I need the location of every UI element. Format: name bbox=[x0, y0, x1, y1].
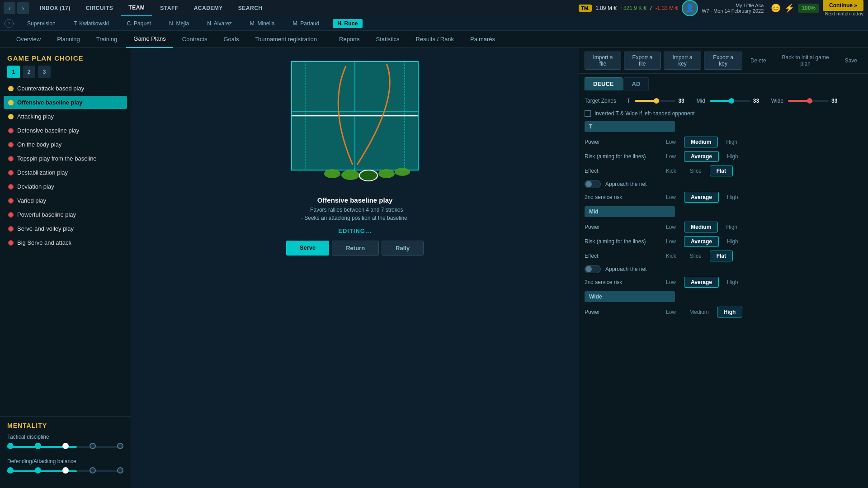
play-item-offensive-baseline[interactable]: Offensive baseline play bbox=[4, 96, 127, 109]
zone-mid-2nd-risk-high[interactable]: High bbox=[722, 277, 744, 287]
save-button[interactable]: Save bbox=[840, 55, 863, 66]
zone-mid-effect-flat[interactable]: Flat bbox=[710, 251, 733, 261]
nav-reports[interactable]: Reports bbox=[332, 31, 367, 48]
staff-paquet[interactable]: C. Paquet bbox=[123, 20, 156, 27]
inverted-checkbox[interactable] bbox=[585, 110, 591, 117]
tz-wide-slider[interactable] bbox=[788, 100, 829, 102]
nav-results-rank[interactable]: Results / Rank bbox=[409, 31, 462, 48]
import-key-button[interactable]: Import a key bbox=[664, 52, 702, 70]
zone-mid-power-medium[interactable]: Medium bbox=[684, 222, 718, 232]
plan-tab-3[interactable]: 3 bbox=[38, 66, 51, 78]
staff-alvarez[interactable]: N. Alvarez bbox=[203, 20, 236, 27]
play-item-varied[interactable]: Varied play bbox=[4, 194, 127, 207]
play-item-powerful[interactable]: Powerful baseline play bbox=[4, 208, 127, 221]
return-tab[interactable]: Return bbox=[332, 241, 379, 256]
tz-t-slider[interactable] bbox=[635, 100, 675, 102]
export-file-button[interactable]: Export a file bbox=[624, 52, 661, 70]
zone-t-2nd-risk-high[interactable]: High bbox=[722, 192, 744, 202]
play-name-offensive: Offensive baseline play bbox=[17, 99, 83, 106]
play-item-counterattack[interactable]: Counterattack-based play bbox=[4, 82, 127, 95]
play-item-attacking[interactable]: Attacking play bbox=[4, 110, 127, 123]
staff-partaud[interactable]: M. Partaud bbox=[288, 20, 324, 27]
staff-supervision[interactable]: Supervision bbox=[23, 20, 60, 27]
staff-rune[interactable]: H. Rune bbox=[333, 19, 362, 28]
zone-mid-risk-average[interactable]: Average bbox=[684, 236, 719, 247]
export-key-button[interactable]: Export a key bbox=[704, 52, 742, 70]
zone-mid-power-low[interactable]: Low bbox=[660, 222, 681, 232]
delete-button[interactable]: Delete bbox=[745, 55, 772, 66]
ad-tab[interactable]: AD bbox=[623, 77, 649, 90]
top-nav-team[interactable]: TEAM bbox=[121, 0, 152, 16]
plan-tab-1[interactable]: 1 bbox=[7, 66, 20, 78]
zone-t-approach-toggle[interactable] bbox=[585, 180, 601, 188]
nav-game-plans[interactable]: Game Plans bbox=[126, 31, 173, 48]
zone-mid-effect-kick[interactable]: Kick bbox=[660, 251, 682, 261]
zone-mid-approach-toggle[interactable] bbox=[585, 265, 601, 273]
top-nav-staff[interactable]: STAFF bbox=[153, 0, 185, 16]
zone-mid-effect-slice[interactable]: Slice bbox=[684, 251, 707, 261]
zone-mid-2nd-risk-average[interactable]: Average bbox=[684, 277, 719, 288]
continue-button[interactable]: Continue » bbox=[823, 0, 863, 11]
top-nav-search[interactable]: SEARCH bbox=[231, 0, 270, 16]
nav-goals[interactable]: Goals bbox=[216, 31, 246, 48]
nav-back-button[interactable]: ‹ bbox=[4, 2, 15, 14]
zone-t-effect-slice[interactable]: Slice bbox=[684, 166, 707, 176]
defending-slider[interactable] bbox=[7, 467, 123, 476]
dot3-active bbox=[62, 443, 69, 449]
zone-mid-risk-high[interactable]: High bbox=[722, 237, 744, 246]
zone-t-risk-low[interactable]: Low bbox=[660, 152, 681, 161]
nav-training[interactable]: Training bbox=[89, 31, 124, 48]
top-nav-circuits[interactable]: CIRCUITS bbox=[79, 0, 121, 16]
court-svg-wrapper bbox=[274, 52, 436, 193]
zone-wide-power-low[interactable]: Low bbox=[660, 307, 681, 317]
play-item-deviation[interactable]: Deviation play bbox=[4, 180, 127, 193]
play-item-body[interactable]: On the body play bbox=[4, 138, 127, 151]
nav-statistics[interactable]: Statistics bbox=[369, 31, 407, 48]
tactical-slider[interactable] bbox=[7, 443, 123, 452]
play-item-big-serve[interactable]: Big Serve and attack bbox=[4, 236, 127, 249]
plan-tab-2[interactable]: 2 bbox=[23, 66, 35, 78]
top-nav-inbox[interactable]: INBOX (17) bbox=[33, 0, 78, 16]
nav-planning[interactable]: Planning bbox=[50, 31, 87, 48]
back-to-initial-button[interactable]: Back to initial game plan bbox=[774, 52, 837, 69]
dot4 bbox=[90, 443, 96, 449]
zone-mid-risk-low[interactable]: Low bbox=[660, 237, 681, 246]
rally-tab[interactable]: Rally bbox=[382, 241, 424, 256]
zone-t-power-high[interactable]: High bbox=[721, 137, 743, 147]
zone-t-power-low[interactable]: Low bbox=[660, 137, 681, 147]
zone-t-approach-knob bbox=[585, 181, 592, 187]
staff-mejia[interactable]: N. Mejia bbox=[165, 20, 193, 27]
play-item-destabilization[interactable]: Destabilization play bbox=[4, 166, 127, 179]
zone-wide-power-high[interactable]: High bbox=[717, 307, 743, 317]
nav-tournament-reg[interactable]: Tournament registration bbox=[248, 31, 324, 48]
deuce-tab[interactable]: DEUCE bbox=[585, 77, 623, 90]
zone-t-power-medium[interactable]: Medium bbox=[684, 137, 718, 147]
tactical-discipline-label: Tactical discipline bbox=[7, 434, 123, 440]
tz-mid-slider[interactable] bbox=[710, 100, 750, 102]
zone-mid-2nd-risk-low[interactable]: Low bbox=[660, 277, 681, 287]
serve-tab[interactable]: Serve bbox=[286, 241, 329, 256]
import-file-button[interactable]: Import a file bbox=[585, 52, 621, 70]
zone-mid-power-high[interactable]: High bbox=[721, 222, 743, 232]
nav-palmares[interactable]: Palmarès bbox=[463, 31, 502, 48]
zone-t-risk-high[interactable]: High bbox=[722, 152, 744, 161]
staff-minella[interactable]: M. Minella bbox=[245, 20, 279, 27]
nav-contracts[interactable]: Contracts bbox=[175, 31, 215, 48]
nav-forward-button[interactable]: › bbox=[17, 2, 29, 14]
zone-t-2nd-risk-low[interactable]: Low bbox=[660, 192, 681, 202]
zone-t-risk-average[interactable]: Average bbox=[684, 151, 719, 162]
nav-overview[interactable]: Overview bbox=[9, 31, 48, 48]
play-item-defensive-baseline[interactable]: Defensive baseline play bbox=[4, 124, 127, 137]
top-nav-academy[interactable]: ACADEMY bbox=[187, 0, 230, 16]
zone-t-effect-kick[interactable]: Kick bbox=[660, 166, 682, 176]
right-toolbar: Import a file Export a file Import a key… bbox=[579, 48, 868, 74]
week-day: W7 · Mon 14 February 2022 bbox=[702, 8, 764, 14]
zone-t-effect-flat[interactable]: Flat bbox=[710, 166, 733, 176]
play-item-serve-volley[interactable]: Serve-and-volley play bbox=[4, 222, 127, 235]
staff-kwiatkowski[interactable]: T. Kwiatkowski bbox=[69, 20, 113, 27]
zone-t-2nd-risk-average[interactable]: Average bbox=[684, 192, 719, 203]
play-item-topspin[interactable]: Topspin play from the baseline bbox=[4, 152, 127, 165]
help-icon[interactable]: ? bbox=[5, 19, 14, 28]
zone-mid-power-choices: Low Medium High bbox=[660, 222, 863, 232]
play-name-defensive: Defensive baseline play bbox=[17, 127, 79, 134]
